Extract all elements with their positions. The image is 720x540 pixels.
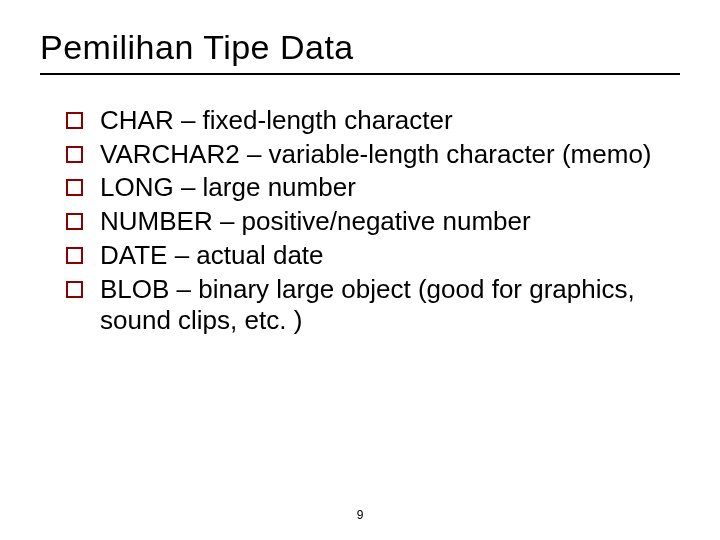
square-bullet-icon [66,247,83,264]
list-item-text: DATE – actual date [100,240,324,270]
list-item: BLOB – binary large object (good for gra… [66,274,680,337]
list-item-text: CHAR – fixed-length character [100,105,453,135]
list-item: NUMBER – positive/negative number [66,206,680,238]
list-item: LONG – large number [66,172,680,204]
list-item: CHAR – fixed-length character [66,105,680,137]
page-number: 9 [0,508,720,522]
list-item: VARCHAR2 – variable-length character (me… [66,139,680,171]
square-bullet-icon [66,112,83,129]
page-title: Pemilihan Tipe Data [40,28,680,75]
square-bullet-icon [66,146,83,163]
square-bullet-icon [66,213,83,230]
list-item: DATE – actual date [66,240,680,272]
list-item-text: VARCHAR2 – variable-length character (me… [100,139,652,169]
list-item-text: BLOB – binary large object (good for gra… [100,274,635,336]
square-bullet-icon [66,281,83,298]
list-item-text: NUMBER – positive/negative number [100,206,531,236]
list-item-text: LONG – large number [100,172,356,202]
slide: Pemilihan Tipe Data CHAR – fixed-length … [0,0,720,540]
square-bullet-icon [66,179,83,196]
bullet-list: CHAR – fixed-length character VARCHAR2 –… [40,105,680,337]
